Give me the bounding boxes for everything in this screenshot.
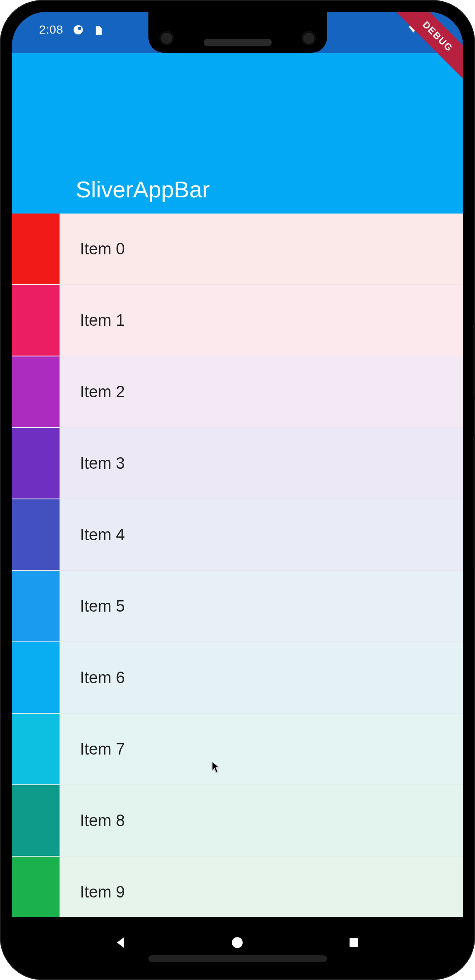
nav-back-button[interactable] bbox=[111, 932, 132, 953]
nav-recent-button[interactable] bbox=[343, 932, 364, 953]
svg-point-1 bbox=[78, 27, 81, 30]
list-item-label: Item 7 bbox=[80, 740, 125, 758]
list-item[interactable]: Item 1 bbox=[12, 285, 463, 356]
item-list[interactable]: Item 0Item 1Item 2Item 3Item 4Item 5Item… bbox=[12, 214, 463, 917]
svg-point-4 bbox=[232, 937, 243, 948]
list-item-label: Item 8 bbox=[80, 812, 125, 830]
color-swatch bbox=[12, 714, 60, 784]
color-swatch bbox=[12, 356, 60, 427]
svg-point-0 bbox=[74, 25, 83, 34]
device-power-button bbox=[473, 323, 475, 400]
list-item-label: Item 4 bbox=[80, 526, 125, 544]
list-item[interactable]: Item 9 bbox=[12, 857, 463, 917]
list-item[interactable]: Item 4 bbox=[12, 499, 463, 571]
color-swatch bbox=[12, 857, 60, 917]
list-item[interactable]: Item 6 bbox=[12, 642, 463, 714]
device-volume-button bbox=[473, 434, 475, 570]
svg-rect-5 bbox=[350, 938, 358, 947]
list-item[interactable]: Item 5 bbox=[12, 571, 463, 642]
page-title: SliverAppBar bbox=[76, 176, 210, 202]
front-camera2-icon bbox=[301, 31, 316, 46]
list-item-label: Item 5 bbox=[80, 597, 125, 615]
color-swatch bbox=[12, 214, 60, 284]
list-item[interactable]: Item 0 bbox=[12, 214, 463, 285]
color-swatch bbox=[12, 642, 60, 713]
phone-device-frame: DEBUG 2:08 bbox=[0, 0, 475, 980]
list-item-label: Item 2 bbox=[80, 383, 125, 401]
list-item-label: Item 0 bbox=[80, 240, 125, 258]
info-icon bbox=[73, 24, 84, 35]
earpiece-speaker bbox=[204, 39, 272, 46]
color-swatch bbox=[12, 499, 60, 570]
app-screen: 2:08 Slive bbox=[12, 12, 463, 968]
list-item[interactable]: Item 2 bbox=[12, 356, 463, 428]
sd-card-icon bbox=[93, 24, 104, 35]
color-swatch bbox=[12, 785, 60, 856]
color-swatch bbox=[12, 285, 60, 356]
phone-notch bbox=[148, 12, 327, 53]
list-item-label: Item 3 bbox=[80, 454, 125, 473]
nav-home-button[interactable] bbox=[227, 932, 248, 953]
phone-device-inner: DEBUG 2:08 bbox=[12, 12, 463, 968]
list-item[interactable]: Item 7 bbox=[12, 714, 463, 785]
status-bar-left: 2:08 bbox=[39, 23, 104, 37]
color-swatch bbox=[12, 571, 60, 641]
list-item-label: Item 9 bbox=[80, 883, 125, 901]
list-item[interactable]: Item 8 bbox=[12, 785, 463, 857]
sliver-app-bar[interactable]: SliverAppBar bbox=[12, 53, 463, 214]
color-swatch bbox=[12, 428, 60, 499]
device-chin bbox=[148, 955, 327, 962]
list-item-label: Item 6 bbox=[80, 669, 125, 687]
mouse-cursor-icon bbox=[212, 761, 220, 773]
status-time: 2:08 bbox=[39, 23, 63, 37]
list-item[interactable]: Item 3 bbox=[12, 428, 463, 499]
front-camera-icon bbox=[159, 31, 174, 46]
list-item-label: Item 1 bbox=[80, 311, 125, 330]
